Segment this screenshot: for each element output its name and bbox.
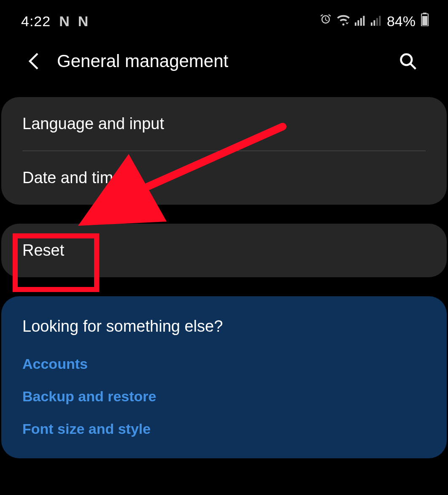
suggestions-title: Looking for something else? [22,317,426,335]
svg-rect-7 [379,16,381,25]
alarm-icon [319,13,332,29]
app-notification-icon-1: N [59,13,70,30]
svg-line-12 [410,64,416,69]
search-button[interactable] [397,51,418,72]
svg-rect-2 [360,18,362,25]
app-notification-icon-2: N [78,13,89,30]
date-and-time-item[interactable]: Date and time [1,151,447,205]
battery-percentage: 84% [387,13,416,30]
font-size-style-link[interactable]: Font size and style [22,421,426,437]
wifi-icon [337,14,350,29]
back-button[interactable] [23,51,44,72]
svg-rect-0 [355,22,356,26]
settings-group-2: Reset [1,224,447,277]
svg-rect-3 [363,16,364,25]
suggestions-card: Looking for something else? Accounts Bac… [1,296,447,458]
page-header: General management [0,34,448,97]
svg-rect-5 [373,20,375,26]
signal-icon-2 [371,14,382,29]
svg-point-11 [401,54,412,65]
accounts-link[interactable]: Accounts [22,356,426,372]
svg-rect-1 [357,20,359,26]
chevron-left-icon [28,52,39,70]
settings-group-1: Language and input Date and time [1,97,447,205]
reset-item[interactable]: Reset [1,224,447,277]
backup-restore-link[interactable]: Backup and restore [22,388,426,405]
status-time: 4:22 [21,13,51,30]
battery-icon [421,13,429,30]
svg-rect-4 [371,22,372,26]
status-bar: 4:22 N N [0,0,448,34]
page-title: General management [57,51,397,71]
signal-icon-1 [355,14,366,29]
language-and-input-item[interactable]: Language and input [1,97,447,151]
status-bar-right: 84% [319,13,429,30]
status-bar-left: 4:22 N N [21,13,88,30]
search-icon [399,52,417,70]
svg-rect-10 [422,16,427,25]
svg-rect-6 [376,18,378,25]
